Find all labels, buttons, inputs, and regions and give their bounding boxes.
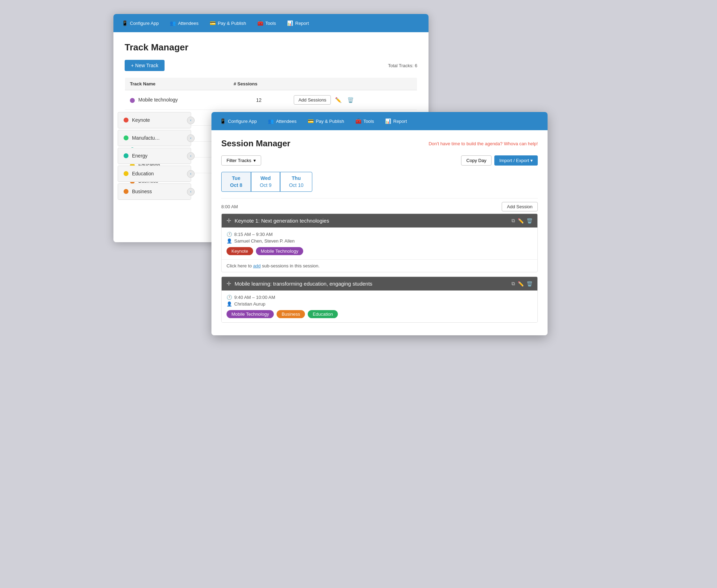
energy-dot: [124, 153, 128, 158]
session-card: ✛ Keynote 1: Next generation technologie…: [221, 214, 538, 272]
session-header: Session Manager Don't have time to build…: [221, 139, 538, 148]
side-item-education: Education: [118, 166, 191, 182]
col-sessions: # Sessions: [229, 78, 289, 90]
time-label: 8:00 AM: [221, 204, 238, 209]
clock-icon: 🕐: [227, 232, 232, 237]
session-card: ✛ Mobile learning: transforming educatio…: [221, 276, 538, 323]
edit-track-button[interactable]: ✏️: [334, 96, 343, 104]
delete-session-icon[interactable]: 🗑️: [527, 281, 532, 287]
session-toolbar-right: Copy Day Import / Export ▾: [461, 155, 538, 166]
collapse-arrow-3[interactable]: ‹: [187, 152, 195, 160]
import-export-button[interactable]: Import / Export ▾: [494, 155, 538, 166]
session-speakers: Samuel Chen, Steven P. Allen: [234, 238, 295, 244]
collapse-arrow-5[interactable]: ‹: [187, 188, 195, 196]
nav-attendees-1[interactable]: 👥 Attendees: [164, 18, 204, 28]
nav-pay-publish-2[interactable]: 💳 Pay & Publish: [302, 116, 350, 126]
business-dot: [124, 189, 128, 194]
tools-icon-2: 🧰: [355, 118, 361, 124]
nav-configure-app-2[interactable]: 📱 Configure App: [214, 116, 262, 126]
configure-app-icon-1: 📱: [122, 20, 128, 26]
nav-pay-publish-1[interactable]: 💳 Pay & Publish: [204, 18, 252, 28]
session-card-header: ✛ Keynote 1: Next generation technologie…: [222, 214, 537, 227]
track-sessions-count: 12: [229, 90, 289, 110]
add-subsession-link[interactable]: add: [253, 263, 261, 268]
pay-publish-icon-1: 💳: [210, 20, 216, 26]
track-name-label: Mobile technology: [138, 97, 178, 103]
day-tab-oct-10[interactable]: ThuOct 10: [280, 172, 312, 192]
clock-icon: 🕐: [227, 295, 232, 300]
session-card-actions: ⧉ ✏️ 🗑️: [511, 281, 532, 287]
delete-session-icon[interactable]: 🗑️: [527, 218, 532, 224]
side-energy-label: Energy: [132, 153, 147, 159]
side-manufacturing-label: Manufactu…: [132, 135, 160, 141]
nav-report-1[interactable]: 📊 Report: [281, 18, 314, 28]
side-collapsed-list: Keynote ‹ Manufactu… ‹ Energy ‹ Educatio…: [118, 112, 191, 201]
table-row: Mobile technology12 Add Sessions ✏️ 🗑️: [125, 90, 417, 110]
tools-icon-1: 🧰: [257, 20, 263, 26]
time-row: 8:00 AM Add Session: [221, 198, 538, 214]
day-tab-oct-8[interactable]: TueOct 8: [221, 172, 251, 192]
session-time-meta: 🕐 9:40 AM – 10:00 AM: [227, 295, 532, 300]
collapse-arrow-1[interactable]: ‹: [187, 117, 195, 124]
add-sessions-button[interactable]: Add Sessions: [294, 95, 331, 105]
session-speakers-meta: 👤 Christian Aurup: [227, 301, 532, 307]
side-keynote-label: Keynote: [132, 117, 150, 123]
session-toolbar: Filter Tracks ▾ Copy Day Import / Export…: [221, 155, 538, 166]
track-toolbar: + New Track Total Tracks: 6: [125, 60, 417, 71]
session-card-title: Mobile learning: transforming education,…: [235, 281, 508, 287]
total-tracks-label: Total Tracks: 6: [388, 63, 417, 68]
attendees-icon-1: 👥: [170, 20, 176, 26]
nav-attendees-2[interactable]: 👥 Attendees: [262, 116, 302, 126]
collapse-arrow-4[interactable]: ‹: [187, 170, 195, 178]
add-session-button[interactable]: Add Session: [502, 202, 538, 211]
speaker-icon: 👤: [227, 301, 232, 307]
session-card-title: Keynote 1: Next generation technologies: [235, 218, 508, 224]
whova-help-link[interactable]: Don't have time to build the agenda? Who…: [429, 141, 538, 146]
speaker-icon: 👤: [227, 238, 232, 244]
session-tag: Keynote: [227, 247, 253, 255]
col-actions: [289, 78, 417, 90]
education-dot: [124, 171, 128, 176]
copy-session-icon[interactable]: ⧉: [511, 218, 515, 224]
nav-bar-1: 📱 Configure App 👥 Attendees 💳 Pay & Publ…: [113, 14, 429, 32]
track-color-dot: [130, 98, 135, 103]
copy-day-button[interactable]: Copy Day: [461, 155, 492, 166]
collapse-arrow-2[interactable]: ‹: [187, 134, 195, 142]
day-tab-oct-9[interactable]: WedOct 9: [251, 172, 280, 192]
delete-track-button[interactable]: 🗑️: [346, 96, 355, 104]
manufacturing-dot: [124, 135, 128, 140]
session-tags: Mobile TechnologyBusinessEducation: [227, 310, 532, 318]
session-time-range: 8:15 AM – 9:30 AM: [234, 232, 273, 237]
nav-bar-2: 📱 Configure App 👥 Attendees 💳 Pay & Publ…: [211, 112, 548, 130]
drag-handle-icon[interactable]: ✛: [227, 217, 231, 224]
col-track-name: Track Name: [125, 78, 229, 90]
attendees-icon-2: 👥: [268, 118, 274, 124]
new-track-button[interactable]: + New Track: [125, 60, 165, 71]
day-tabs: TueOct 8WedOct 9ThuOct 10: [221, 172, 538, 192]
sessions-list: ✛ Keynote 1: Next generation technologie…: [221, 214, 538, 323]
edit-session-icon[interactable]: ✏️: [518, 281, 524, 287]
session-speakers: Christian Aurup: [234, 301, 265, 307]
keynote-dot: [124, 118, 128, 122]
session-speakers-meta: 👤 Samuel Chen, Steven P. Allen: [227, 238, 532, 244]
nav-configure-app-1[interactable]: 📱 Configure App: [116, 18, 164, 28]
configure-app-icon-2: 📱: [220, 118, 226, 124]
session-time-meta: 🕐 8:15 AM – 9:30 AM: [227, 232, 532, 237]
edit-session-icon[interactable]: ✏️: [518, 218, 524, 224]
track-manager-title: Track Manager: [125, 42, 417, 53]
nav-report-2[interactable]: 📊 Report: [380, 116, 412, 126]
drag-handle-icon[interactable]: ✛: [227, 280, 231, 287]
session-tag: Mobile Technology: [227, 310, 274, 318]
side-item-energy: Energy: [118, 148, 191, 164]
side-business-label: Business: [132, 189, 152, 194]
session-time-range: 9:40 AM – 10:00 AM: [234, 295, 275, 300]
report-icon-2: 📊: [385, 118, 391, 124]
session-card-header: ✛ Mobile learning: transforming educatio…: [222, 277, 537, 290]
filter-tracks-button[interactable]: Filter Tracks ▾: [221, 155, 261, 166]
session-card-actions: ⧉ ✏️ 🗑️: [511, 218, 532, 224]
filter-tracks-label: Filter Tracks: [227, 158, 251, 163]
session-tag: Education: [308, 310, 338, 318]
nav-tools-2[interactable]: 🧰 Tools: [350, 116, 380, 126]
nav-tools-1[interactable]: 🧰 Tools: [252, 18, 281, 28]
copy-session-icon[interactable]: ⧉: [511, 281, 515, 287]
